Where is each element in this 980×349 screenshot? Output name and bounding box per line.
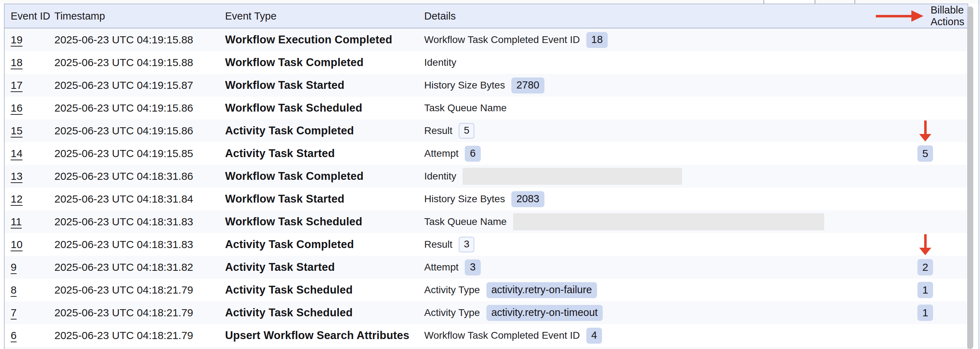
detail-label: Task Queue Name <box>424 216 507 227</box>
event-id-link[interactable]: 16 <box>11 102 22 114</box>
timestamp-cell: 2025-06-23 UTC 04:18:21.79 <box>54 330 225 341</box>
scrollbar-track[interactable] <box>969 0 978 349</box>
event-type-cell: Workflow Task Scheduled <box>225 102 424 114</box>
red-arrow-right-icon <box>876 10 923 22</box>
details-cell: Identity <box>424 57 886 68</box>
event-id-cell: 6 <box>5 330 54 341</box>
timestamp-text: 2025-06-23 UTC 04:18:31.82 <box>54 261 193 273</box>
event-id-link[interactable]: 8 <box>11 284 17 296</box>
billable-actions-cell: 5 <box>886 145 964 162</box>
detail-value-badge: 3 <box>465 259 480 275</box>
event-id-link[interactable]: 14 <box>11 148 22 159</box>
event-row: 172025-06-23 UTC 04:19:15.87Workflow Tas… <box>5 74 967 97</box>
event-row: 162025-06-23 UTC 04:19:15.86Workflow Tas… <box>5 97 967 119</box>
timestamp-cell: 2025-06-23 UTC 04:18:31.82 <box>54 261 225 273</box>
detail-label: History Size Bytes <box>424 79 505 91</box>
event-type-text: Upsert Workflow Search Attributes <box>225 329 409 341</box>
event-type-text: Workflow Task Completed <box>225 56 363 68</box>
event-row: 112025-06-23 UTC 04:18:31.83Workflow Tas… <box>5 210 967 233</box>
event-id-link[interactable]: 19 <box>11 34 22 46</box>
billable-actions-label: Billable Actions <box>931 4 964 28</box>
details-cell: Attempt3 <box>424 259 886 275</box>
scrollbar-thumb[interactable] <box>967 6 973 349</box>
detail-value-badge: activity.retry-on-failure <box>487 282 597 298</box>
event-type-cell: Activity Task Scheduled <box>225 306 424 319</box>
timestamp-text: 2025-06-23 UTC 04:18:31.83 <box>54 238 193 250</box>
detail-label: Activity Type <box>424 284 480 296</box>
billable-count-badge: 5 <box>917 145 933 162</box>
timestamp-text: 2025-06-23 UTC 04:19:15.86 <box>54 102 193 114</box>
timestamp-text: 2025-06-23 UTC 04:19:15.88 <box>54 57 193 68</box>
detail-label: Workflow Task Completed Event ID <box>424 34 580 46</box>
event-type-text: Workflow Task Scheduled <box>225 102 362 114</box>
event-id-cell: 14 <box>5 148 54 160</box>
event-row: 82025-06-23 UTC 04:18:21.79Activity Task… <box>5 279 967 301</box>
event-type-cell: Workflow Task Scheduled <box>225 216 424 228</box>
timestamp-cell: 2025-06-23 UTC 04:18:31.86 <box>54 170 225 182</box>
detail-value-badge: 4 <box>586 328 602 344</box>
event-type-text: Workflow Task Scheduled <box>225 216 362 228</box>
timestamp-cell: 2025-06-23 UTC 04:18:31.84 <box>54 193 225 205</box>
detail-label: Workflow Task Completed Event ID <box>424 330 580 341</box>
timestamp-text: 2025-06-23 UTC 04:18:31.86 <box>54 170 193 182</box>
event-type-text: Activity Task Completed <box>225 124 354 137</box>
billable-actions-cell: 1 <box>886 305 964 321</box>
event-type-cell: Workflow Execution Completed <box>225 33 424 46</box>
event-id-cell: 17 <box>5 79 54 91</box>
column-header-details: Details <box>424 10 886 22</box>
event-row: 122025-06-23 UTC 04:18:31.84Workflow Tas… <box>5 188 967 210</box>
red-arrow-down-icon <box>919 234 931 255</box>
details-cell: Result5 <box>424 123 886 139</box>
event-id-cell: 7 <box>5 307 54 319</box>
details-cell: History Size Bytes2083 <box>424 191 886 207</box>
billable-actions-cell: 2 <box>886 259 964 275</box>
event-id-cell: 16 <box>5 102 54 114</box>
timestamp-text: 2025-06-23 UTC 04:18:21.79 <box>54 307 193 319</box>
detail-label: Task Queue Name <box>424 102 507 114</box>
event-row: 92025-06-23 UTC 04:18:31.82Activity Task… <box>5 256 967 279</box>
details-cell: Activity Typeactivity.retry-on-timeout <box>424 305 886 321</box>
event-id-cell: 9 <box>5 261 54 273</box>
timestamp-text: 2025-06-23 UTC 04:19:15.86 <box>54 125 193 136</box>
page-right-border <box>978 0 979 349</box>
event-id-link[interactable]: 7 <box>11 307 17 319</box>
billable-actions-cell: 1 <box>886 282 964 298</box>
column-header-event-id: Event ID <box>5 10 54 22</box>
detail-value-badge: 6 <box>465 146 480 162</box>
event-id-cell: 12 <box>5 193 54 205</box>
event-id-link[interactable]: 6 <box>11 330 17 341</box>
event-id-link[interactable]: 10 <box>11 238 22 250</box>
detail-label: Attempt <box>424 148 458 159</box>
cutoff-toolbar-strip <box>0 0 980 3</box>
event-type-cell: Workflow Task Completed <box>225 170 424 183</box>
event-type-cell: Workflow Task Started <box>225 79 424 92</box>
event-type-cell: Workflow Task Completed <box>225 56 424 69</box>
details-cell: History Size Bytes2780 <box>424 78 886 94</box>
event-type-text: Workflow Task Started <box>225 79 345 91</box>
event-id-link[interactable]: 9 <box>11 261 17 273</box>
timestamp-text: 2025-06-23 UTC 04:18:21.79 <box>54 284 193 296</box>
event-id-cell: 8 <box>5 284 54 296</box>
event-id-link[interactable]: 11 <box>11 216 22 227</box>
column-header-event-type: Event Type <box>225 10 424 22</box>
event-id-link[interactable]: 17 <box>11 79 22 91</box>
event-type-cell: Workflow Task Started <box>225 193 424 205</box>
detail-value-badge: 2083 <box>511 191 544 207</box>
event-type-cell: Upsert Workflow Search Attributes <box>225 329 424 342</box>
event-row: 62025-06-23 UTC 04:18:21.79Upsert Workfl… <box>5 324 967 347</box>
event-type-text: Workflow Task Completed <box>225 170 363 182</box>
event-row: 72025-06-23 UTC 04:18:21.79Activity Task… <box>5 301 967 324</box>
detail-label: Result <box>424 239 452 250</box>
event-type-text: Activity Task Started <box>225 147 335 160</box>
timestamp-cell: 2025-06-23 UTC 04:19:15.88 <box>54 57 225 68</box>
event-type-cell: Activity Task Completed <box>225 238 424 251</box>
event-id-link[interactable]: 18 <box>11 57 22 68</box>
detail-value-code-badge: 3 <box>459 237 474 252</box>
event-row: 182025-06-23 UTC 04:19:15.88Workflow Tas… <box>5 51 967 74</box>
event-id-link[interactable]: 12 <box>11 193 22 205</box>
event-id-link[interactable]: 15 <box>11 125 22 136</box>
event-id-link[interactable]: 13 <box>11 170 22 182</box>
cutoff-toolbar-divider <box>854 0 855 3</box>
event-history-table: Event ID Timestamp Event Type Details Bi… <box>4 3 968 349</box>
event-type-text: Activity Task Completed <box>225 238 354 251</box>
